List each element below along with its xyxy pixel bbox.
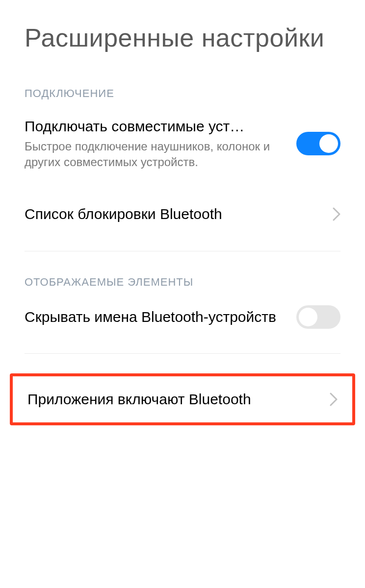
setting-description: Быстрое подключение наушников, колонок и… [25,139,287,171]
toggle-knob [319,134,338,153]
toggle-knob [299,308,317,326]
setting-title: Подключать совместимые уст… [25,117,287,136]
toggle-hide-names[interactable] [296,305,340,329]
section-header-displayed: ОТОБРАЖАЕМЫЕ ЭЛЕМЕНТЫ [0,251,365,294]
link-title: Список блокировки Bluetooth [25,206,222,222]
divider [25,353,340,354]
setting-compatible-devices[interactable]: Подключать совместимые уст… Быстрое подк… [0,106,365,181]
setting-text: Скрывать имена Bluetooth-устройств [25,308,296,326]
setting-text: Подключать совместимые уст… Быстрое подк… [25,117,296,171]
toggle-compatible-devices[interactable] [296,132,340,155]
setting-title: Скрывать имена Bluetooth-устройств [25,308,287,326]
setting-hide-bluetooth-names[interactable]: Скрывать имена Bluetooth-устройств [0,294,365,340]
chevron-right-icon [330,392,338,406]
link-title: Приложения включают Bluetooth [27,391,251,408]
page-title: Расширенные настройки [0,0,365,63]
chevron-right-icon [333,207,340,221]
setting-bluetooth-blocklist[interactable]: Список блокировки Bluetooth [0,191,365,237]
section-header-connection: ПОДКЛЮЧЕНИЕ [0,63,365,106]
setting-apps-enable-bluetooth[interactable]: Приложения включают Bluetooth [10,373,355,425]
